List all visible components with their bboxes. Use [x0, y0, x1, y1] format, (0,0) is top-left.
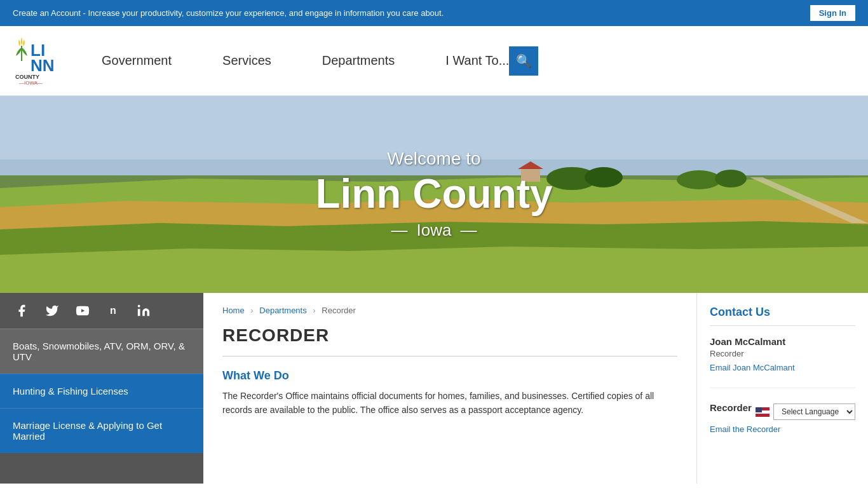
main-nav: Government Services Departments I Want T… [102, 53, 509, 68]
header: LI NN COUNTY —IOWA— Government Services … [0, 26, 868, 96]
breadcrumb-departments[interactable]: Departments [259, 306, 306, 315]
svg-rect-25 [756, 407, 762, 412]
contact-us-title: Contact Us [710, 306, 855, 326]
banner-message: Create an Account - Increase your produc… [13, 8, 444, 18]
main-content: n Boats, Snowmobiles, ATV, ORM, ORV, & U… [0, 293, 868, 484]
page-title: RECORDER [222, 325, 677, 346]
search-icon: 🔍 [516, 53, 532, 69]
svg-point-13 [585, 167, 623, 187]
youtube-link[interactable] [74, 302, 92, 320]
translate-widget: Select Language Spanish French German [756, 403, 855, 420]
section-text: The Recorder's Office maintains official… [222, 389, 677, 417]
svg-point-21 [138, 305, 140, 308]
email-contact-link[interactable]: Email Joan McCalmant [710, 363, 795, 372]
content-area: Home › Departments › Recorder RECORDER W… [203, 293, 696, 484]
twitter-icon [45, 304, 59, 318]
right-panel: Contact Us Joan McCalmant Recorder Email… [696, 293, 868, 484]
svg-rect-0 [21, 46, 22, 61]
breadcrumb-current: Recorder [322, 306, 355, 315]
nav-departments[interactable]: Departments [322, 53, 395, 67]
svg-point-15 [715, 170, 747, 187]
breadcrumb-home[interactable]: Home [222, 306, 245, 315]
hero-county-name: Linn County [315, 172, 552, 216]
recorder-section: Recorder Select Language Spanish French … [710, 388, 855, 434]
sidebar-link-boats[interactable]: Boats, Snowmobiles, ATV, ORM, ORV, & UTV [0, 329, 203, 374]
contact-name: Joan McCalmant [710, 336, 855, 347]
hero-text: Welcome to Linn County Iowa [315, 149, 552, 240]
hero-state-name: Iowa [315, 220, 552, 240]
logo-area[interactable]: LI NN COUNTY —IOWA— [13, 36, 64, 86]
hero-section: Welcome to Linn County Iowa [0, 96, 868, 293]
sidebar-nav: Boats, Snowmobiles, ATV, ORM, ORV, & UTV… [0, 329, 203, 453]
breadcrumb: Home › Departments › Recorder [222, 306, 677, 315]
svg-text:COUNTY: COUNTY [15, 74, 39, 80]
recorder-section-label: Recorder [710, 402, 752, 413]
sidebar: n Boats, Snowmobiles, ATV, ORM, ORV, & U… [0, 293, 203, 484]
sidebar-item-boats[interactable]: Boats, Snowmobiles, ATV, ORM, ORV, & UTV [0, 329, 203, 374]
linkedin-icon [137, 304, 151, 318]
linkedin-link[interactable] [135, 302, 153, 320]
nextdoor-link[interactable]: n [104, 302, 122, 320]
breadcrumb-sep-1: › [250, 306, 253, 315]
svg-rect-20 [138, 309, 140, 316]
svg-text:—IOWA—: —IOWA— [19, 80, 43, 86]
sidebar-link-hunting[interactable]: Hunting & Fishing Licenses [0, 374, 203, 408]
twitter-link[interactable] [43, 302, 61, 320]
svg-point-14 [677, 170, 721, 189]
hero-welcome: Welcome to [315, 149, 552, 169]
sign-in-button[interactable]: Sign In [810, 5, 855, 21]
svg-text:NN: NN [31, 56, 55, 75]
language-select[interactable]: Select Language Spanish French German [773, 403, 855, 420]
svg-rect-24 [756, 414, 770, 417]
translate-flag-icon [756, 407, 770, 417]
facebook-icon [15, 304, 29, 318]
what-we-do-title: What We Do [222, 369, 677, 383]
svg-marker-11 [0, 247, 868, 293]
breadcrumb-sep-2: › [313, 306, 315, 315]
nav-i-want-to[interactable]: I Want To... [445, 53, 509, 67]
youtube-icon [76, 304, 90, 318]
contact-role: Recorder [710, 349, 855, 358]
sidebar-link-marriage[interactable]: Marriage License & Applying to Get Marri… [0, 408, 203, 453]
nav-government[interactable]: Government [102, 53, 172, 67]
top-banner: Create an Account - Increase your produc… [0, 0, 868, 26]
search-button[interactable]: 🔍 [509, 46, 538, 76]
sidebar-item-hunting[interactable]: Hunting & Fishing Licenses [0, 374, 203, 408]
facebook-link[interactable] [13, 302, 31, 320]
content-divider [222, 356, 677, 356]
email-recorder-link[interactable]: Email the Recorder [710, 424, 780, 434]
social-bar: n [0, 293, 203, 329]
nav-services[interactable]: Services [222, 53, 271, 67]
sidebar-item-marriage[interactable]: Marriage License & Applying to Get Marri… [0, 408, 203, 453]
site-logo[interactable]: LI NN COUNTY —IOWA— [13, 36, 58, 86]
